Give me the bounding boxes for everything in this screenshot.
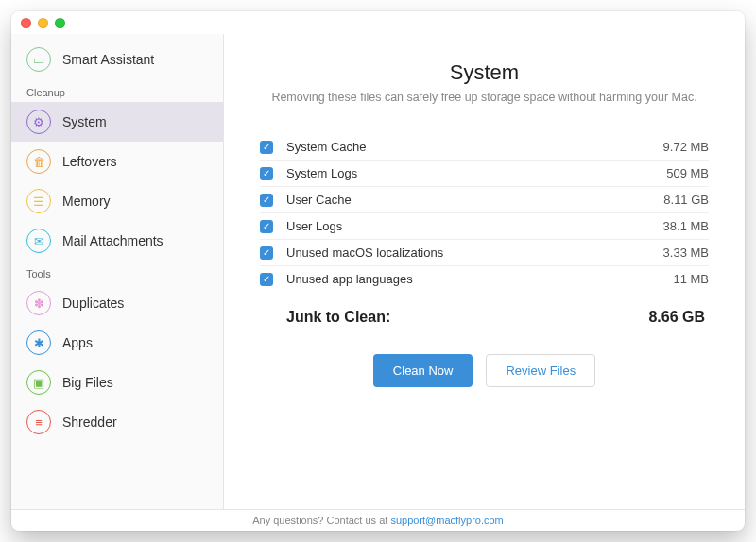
- window-body: ▭ Smart Assistant Cleanup⚙System🗑Leftove…: [11, 34, 745, 509]
- sidebar-item-leftovers[interactable]: 🗑Leftovers: [11, 142, 223, 181]
- junk-summary: Junk to Clean: 8.66 GB: [260, 309, 709, 326]
- checkbox-icon[interactable]: ✓: [260, 167, 273, 180]
- sidebar-item-memory[interactable]: ☰Memory: [11, 181, 223, 221]
- sidebar-item-system[interactable]: ⚙System: [11, 102, 223, 142]
- window-titlebar: [11, 11, 745, 34]
- item-name: Unused macOS localizations: [286, 246, 663, 260]
- item-name: User Cache: [286, 193, 663, 207]
- list-item[interactable]: ✓Unused app languages11 MB: [260, 266, 709, 292]
- sidebar-item-duplicates[interactable]: ✽Duplicates: [11, 283, 223, 323]
- laptop-icon: ▭: [26, 47, 51, 72]
- sidebar-item-smart-assistant[interactable]: ▭ Smart Assistant: [11, 40, 223, 79]
- item-size: 9.72 MB: [663, 140, 709, 154]
- layers-icon: ☰: [26, 189, 51, 213]
- sidebar-item-big-files[interactable]: ▣Big Files: [11, 363, 223, 402]
- action-bar: Clean Now Review Files: [260, 354, 709, 387]
- summary-label: Junk to Clean:: [286, 309, 390, 326]
- item-name: Unused app languages: [286, 272, 673, 286]
- clean-now-button[interactable]: Clean Now: [373, 354, 473, 387]
- sidebar-item-label: Apps: [62, 335, 93, 350]
- sidebar-item-label: Smart Assistant: [62, 52, 154, 67]
- footer: Any questions? Contact us at support@mac…: [11, 509, 745, 531]
- support-link[interactable]: support@macflypro.com: [390, 515, 503, 526]
- summary-value: 8.66 GB: [648, 309, 705, 326]
- item-size: 509 MB: [666, 166, 709, 180]
- item-size: 8.11 GB: [663, 193, 709, 207]
- item-name: System Cache: [286, 140, 663, 154]
- sidebar-item-label: Mail Attachments: [62, 233, 163, 248]
- junk-list: ✓System Cache9.72 MB✓System Logs509 MB✓U…: [260, 134, 709, 292]
- mail-icon: ✉: [26, 229, 51, 253]
- list-item[interactable]: ✓System Logs509 MB: [260, 161, 709, 187]
- box-icon: ▣: [26, 370, 51, 395]
- sparkle-icon: ✽: [26, 291, 51, 315]
- sidebar-item-label: Leftovers: [62, 154, 117, 169]
- checkbox-icon[interactable]: ✓: [260, 246, 273, 260]
- sidebar-item-label: Memory: [62, 194, 111, 209]
- app-window: ▭ Smart Assistant Cleanup⚙System🗑Leftove…: [11, 11, 745, 531]
- list-item[interactable]: ✓System Cache9.72 MB: [260, 134, 709, 161]
- sidebar-item-label: Duplicates: [62, 296, 124, 311]
- sidebar-item-shredder[interactable]: ≡Shredder: [11, 402, 223, 442]
- sidebar: ▭ Smart Assistant Cleanup⚙System🗑Leftove…: [11, 34, 224, 509]
- list-item[interactable]: ✓User Logs38.1 MB: [260, 213, 709, 240]
- gear-icon: ⚙: [26, 110, 51, 134]
- checkbox-icon[interactable]: ✓: [260, 220, 273, 233]
- sidebar-item-label: System: [62, 114, 107, 129]
- list-item[interactable]: ✓User Cache8.11 GB: [260, 187, 709, 213]
- sidebar-section-label: Cleanup: [11, 79, 223, 102]
- checkbox-icon[interactable]: ✓: [260, 194, 273, 207]
- item-size: 11 MB: [673, 272, 709, 286]
- shred-icon: ≡: [26, 410, 51, 434]
- window-maximize-button[interactable]: [55, 18, 65, 28]
- wrench-icon: ✱: [26, 330, 51, 355]
- page-title: System: [260, 60, 709, 85]
- main-panel: System Removing these files can safely f…: [224, 34, 745, 509]
- item-name: User Logs: [286, 219, 663, 233]
- page-subtitle: Removing these files can safely free up …: [260, 91, 709, 104]
- sidebar-item-label: Shredder: [62, 415, 117, 430]
- item-size: 38.1 MB: [663, 219, 709, 233]
- item-size: 3.33 MB: [663, 246, 709, 260]
- item-name: System Logs: [286, 166, 666, 180]
- checkbox-icon[interactable]: ✓: [260, 273, 273, 286]
- list-item[interactable]: ✓Unused macOS localizations3.33 MB: [260, 240, 709, 266]
- sidebar-item-label: Big Files: [62, 375, 113, 390]
- sidebar-section-label: Tools: [11, 261, 223, 283]
- sidebar-item-apps[interactable]: ✱Apps: [11, 323, 223, 363]
- sidebar-item-mail-attachments[interactable]: ✉Mail Attachments: [11, 221, 223, 261]
- footer-text: Any questions? Contact us at: [252, 515, 390, 526]
- window-close-button[interactable]: [21, 18, 31, 28]
- trash-icon: 🗑: [26, 149, 51, 174]
- window-minimize-button[interactable]: [38, 18, 48, 28]
- checkbox-icon[interactable]: ✓: [260, 141, 273, 154]
- review-files-button[interactable]: Review Files: [486, 354, 595, 387]
